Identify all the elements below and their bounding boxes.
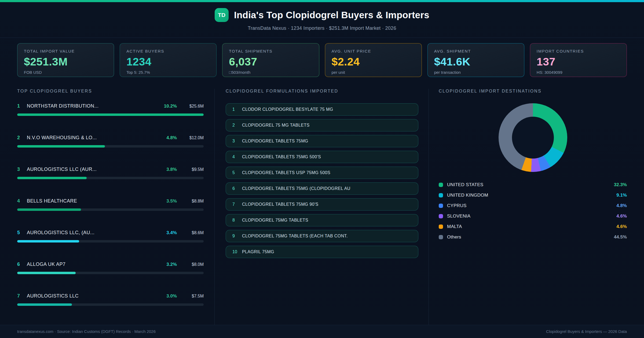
buyer-bar-track (17, 177, 204, 179)
formulation-item-4[interactable]: 4 CLOPIDOGREL TABLETS 75MG 500'S (226, 151, 418, 163)
buyer-row-3[interactable]: 3 AUROLOGISTICS LLC (AUR... 3.8% $9.5M (17, 167, 204, 179)
buyer-name: NORTHSTAR DISTRIBUTION... (27, 103, 98, 109)
formulation-rank: 9 (232, 234, 242, 238)
formulation-item-5[interactable]: 5 CLOPIDOGREL TABLETS USP 75MG 500S (226, 167, 418, 179)
buyer-name: BELLS HEALTHCARE (27, 198, 77, 204)
top-buyers-title: TOP CLOPIDOGREL BUYERS (17, 89, 204, 94)
formulation-name: CLOPIDOGREL TABLETS 75MG 500'S (242, 155, 321, 159)
legend-label: Others (447, 234, 461, 240)
legend-swatch (439, 214, 443, 218)
buyer-share-pct: 3.0% (166, 293, 177, 299)
brand-logo-badge: TD (215, 8, 229, 22)
stat-label: ACTIVE BUYERS (126, 49, 210, 53)
legend-item-united-kingdom[interactable]: UNITED KINGDOM 9.1% (439, 192, 627, 199)
formulation-rank: 6 (232, 186, 242, 191)
stat-label: AVG. UNIT PRICE (332, 49, 415, 53)
donut-hole (512, 117, 554, 159)
buyer-import-value: $25.6M (181, 104, 204, 109)
buyer-rank: 7 (17, 293, 27, 299)
formulation-item-2[interactable]: 2 CLOPIDOGREL 75 MG TABLETS (226, 119, 418, 131)
import-destinations-donut-chart[interactable] (499, 103, 567, 172)
buyer-share-pct: 10.2% (164, 104, 177, 109)
buyer-bar-fill (17, 145, 105, 148)
stat-cards-row: TOTAL IMPORT VALUE $251.3M FOB USD ACTIV… (0, 43, 644, 77)
formulation-item-9[interactable]: 9 CLOPIDOGREL 75MG TABLETS (EACH TAB CON… (226, 230, 418, 242)
formulation-name: PLAGRIL 75MG (242, 249, 274, 254)
buyer-bar-track (17, 208, 204, 211)
stat-card-import-countries: IMPORT COUNTRIES 137 HS: 30049099 (530, 43, 627, 77)
page-header: TD India's Top Clopidogrel Buyers & Impo… (0, 2, 644, 38)
formulation-rank: 7 (232, 202, 242, 207)
stat-sub: per unit (332, 70, 415, 75)
buyer-share-pct: 3.4% (166, 230, 177, 236)
stat-card-total-import-value: TOTAL IMPORT VALUE $251.3M FOB USD (17, 43, 114, 77)
legend-label: UNITED STATES (447, 182, 484, 188)
stat-card-active-buyers: ACTIVE BUYERS 1234 Top 5: 25.7% (120, 43, 217, 77)
formulation-item-8[interactable]: 8 CLOPIDOGREL 75MG TABLETS (226, 214, 418, 226)
stat-card-total-shipments: TOTAL SHIPMENTS 6,037 □503/month (222, 43, 319, 77)
formulation-name: CLOPIDOGREL TABLETS 75MG 90'S (242, 202, 319, 207)
destinations-panel: CLOPIDOGREL IMPORT DESTINATIONS UNITED S… (429, 89, 627, 325)
buyer-import-value: $8.8M (181, 199, 204, 204)
formulation-item-7[interactable]: 7 CLOPIDOGREL TABLETS 75MG 90'S (226, 198, 418, 211)
stat-value: 6,037 (229, 56, 312, 68)
formulation-item-10[interactable]: 10 PLAGRIL 75MG (226, 246, 418, 258)
destinations-title: CLOPIDOGREL IMPORT DESTINATIONS (439, 89, 627, 94)
legend-pct: 9.1% (616, 193, 627, 198)
stat-sub: per transaction (434, 70, 518, 75)
legend-label: UNITED KINGDOM (447, 193, 488, 198)
formulation-name: CLODOR CLOPIDOGREL BESYLATE 75 MG (242, 107, 333, 112)
formulation-rank: 5 (232, 170, 242, 175)
stat-label: IMPORT COUNTRIES (537, 49, 620, 53)
legend-item-cyprus[interactable]: CYPRUS 4.8% (439, 203, 627, 209)
legend-swatch (439, 235, 443, 239)
formulation-item-1[interactable]: 1 CLODOR CLOPIDOGREL BESYLATE 75 MG (226, 103, 418, 116)
stat-value: 1234 (126, 56, 210, 68)
formulation-item-6[interactable]: 6 CLOPIDOGREL TABLETS 75MG (CLOPIDOGREL … (226, 182, 418, 195)
buyer-row-4[interactable]: 4 BELLS HEALTHCARE 3.5% $8.8M (17, 198, 204, 211)
legend-item-slovenia[interactable]: SLOVENIA 4.6% (439, 213, 627, 220)
stat-value: $2.24 (332, 56, 415, 68)
footer-source-text: transdatanexus.com · Source: Indian Cust… (17, 329, 156, 334)
buyer-bar-track (17, 240, 204, 243)
buyer-share-pct: 3.8% (166, 167, 177, 172)
legend-pct: 4.8% (616, 203, 627, 208)
page-title: India's Top Clopidogrel Buyers & Importe… (234, 10, 429, 20)
top-buyers-panel: TOP CLOPIDOGREL BUYERS 1 NORTHSTAR DISTR… (17, 89, 215, 325)
main-content: TOP CLOPIDOGREL BUYERS 1 NORTHSTAR DISTR… (0, 89, 644, 325)
buyer-name: AUROLOGISTICS LLC (AUR... (27, 167, 97, 172)
legend-item-united-states[interactable]: UNITED STATES 32.3% (439, 182, 627, 188)
legend-pct: 4.6% (616, 224, 627, 229)
formulation-item-3[interactable]: 3 CLOPIDOGREL TABLETS 75MG (226, 135, 418, 147)
formulation-rank: 2 (232, 123, 242, 128)
legend-label: MALTA (447, 224, 462, 229)
buyer-row-7[interactable]: 7 AUROLOGISTICS LLC 3.0% $7.5M (17, 293, 204, 306)
legend-item-others[interactable]: Others 44.5% (439, 234, 627, 241)
buyer-bar-track (17, 303, 204, 306)
stat-sub: FOB USD (24, 70, 107, 75)
buyer-rank: 3 (17, 167, 27, 172)
buyer-share-pct: 4.8% (166, 135, 177, 141)
buyer-bar-fill (17, 240, 79, 243)
buyer-row-6[interactable]: 6 ALLOGA UK AP7 3.2% $8.0M (17, 262, 204, 274)
buyer-bar-track (17, 113, 204, 116)
formulations-panel: CLOPIDOGREL FORMULATIONS IMPORTED 1 CLOD… (215, 89, 429, 325)
page-subtitle: TransData Nexus · 1234 Importers · $251.… (0, 25, 644, 31)
buyer-row-2[interactable]: 2 N.V.O WAREHOUSING & LO... 4.8% $12.0M (17, 135, 204, 148)
legend-swatch (439, 183, 443, 187)
buyer-bar-fill (17, 208, 81, 211)
formulation-name: CLOPIDOGREL TABLETS 75MG (CLOPIDOGREL AU (242, 186, 350, 191)
page-footer: transdatanexus.com · Source: Indian Cust… (0, 325, 644, 338)
legend-pct: 4.6% (616, 214, 627, 219)
formulation-name: CLOPIDOGREL 75 MG TABLETS (242, 123, 310, 128)
formulation-name: CLOPIDOGREL TABLETS USP 75MG 500S (242, 170, 330, 175)
buyer-row-5[interactable]: 5 AUROLOGISTICS LLC, (AU... 3.4% $8.6M (17, 230, 204, 243)
buyer-rank: 1 (17, 103, 27, 109)
buyer-name: AUROLOGISTICS LLC, (AU... (27, 230, 94, 236)
legend-item-malta[interactable]: MALTA 4.6% (439, 223, 627, 230)
stat-label: TOTAL IMPORT VALUE (24, 49, 107, 53)
footer-report-text: Clopidogrel Buyers & Importers — 2026 Da… (546, 329, 627, 334)
buyer-name: ALLOGA UK AP7 (27, 262, 65, 267)
stat-label: AVG. SHIPMENT (434, 49, 518, 53)
buyer-row-1[interactable]: 1 NORTHSTAR DISTRIBUTION... 10.2% $25.6M (17, 103, 204, 116)
